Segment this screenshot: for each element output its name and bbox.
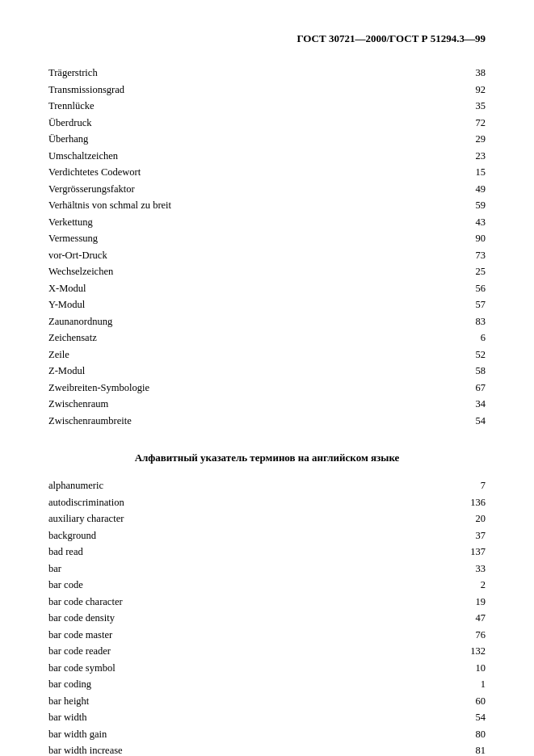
page-cell: 83 (376, 313, 486, 330)
term-cell: Zeichensatz (48, 330, 376, 346)
page-cell: 54 (376, 413, 486, 430)
term-cell: bar code symbol (48, 660, 376, 677)
table-row: Überdruck72 (48, 115, 486, 132)
term-cell: Wechselzeichen (48, 263, 376, 280)
term-cell: bar code (48, 577, 376, 594)
term-cell: auxiliary character (48, 510, 376, 527)
table-row: bar coding1 (48, 676, 486, 693)
table-row: Verkettung43 (48, 214, 486, 231)
page-cell: 58 (376, 363, 486, 380)
page-cell: 54 (376, 709, 486, 726)
header-title: ГОСТ 30721—2000/ГОСТ Р 51294.3—99 (296, 32, 486, 44)
table-row: Trägerstrich38 (48, 65, 486, 82)
page-cell: 52 (376, 346, 486, 363)
table-row: Verhältnis von schmal zu breit59 (48, 197, 486, 214)
term-cell: Verdichtetes Codewort (48, 164, 376, 181)
page-cell: 6 (376, 330, 486, 346)
term-cell: bar width (48, 709, 376, 726)
table-row: Umschaltzeichen23 (48, 148, 486, 165)
page-cell: 73 (376, 247, 486, 264)
term-cell: X-Modul (48, 280, 376, 297)
table-row: bar code master76 (48, 627, 486, 644)
page-cell: 47 (376, 610, 486, 627)
table-row: bar height60 (48, 693, 486, 710)
term-cell: bar code character (48, 594, 376, 611)
table-row: bar33 (48, 561, 486, 578)
page-cell: 59 (376, 197, 486, 214)
page-cell: 29 (376, 131, 486, 148)
term-cell: Zweibreiten-Symbologie (48, 380, 376, 397)
table-row: Zwischenraum34 (48, 396, 486, 413)
term-cell: Trägerstrich (48, 65, 376, 82)
term-cell: bar code density (48, 610, 376, 627)
page-cell: 37 (376, 527, 486, 544)
page-cell: 57 (376, 296, 486, 313)
page-cell: 2 (376, 577, 486, 594)
term-cell: Verhältnis von schmal zu breit (48, 197, 376, 214)
table-row: alphanumeric7 (48, 477, 486, 494)
term-cell: Vergrösserungsfaktor (48, 181, 376, 198)
page-cell: 132 (376, 643, 486, 660)
table-row: bar width increase81 (48, 742, 486, 756)
table-row: Trennlücke35 (48, 98, 486, 115)
page-cell: 23 (376, 148, 486, 165)
table-row: Verdichtetes Codewort15 (48, 164, 486, 181)
page-cell: 92 (376, 82, 486, 99)
term-cell: Vermessung (48, 230, 376, 247)
table-row: Zeichensatz6 (48, 330, 486, 346)
term-cell: Zwischenraumbreite (48, 413, 376, 430)
table-row: bar width gain80 (48, 726, 486, 743)
page-cell: 15 (376, 164, 486, 181)
page-cell: 80 (376, 726, 486, 743)
term-cell: bar width increase (48, 742, 376, 756)
table-row: Wechselzeichen25 (48, 263, 486, 280)
term-cell: Umschaltzeichen (48, 148, 376, 165)
table-row: bar code character19 (48, 594, 486, 611)
page-cell: 34 (376, 396, 486, 413)
page-cell: 25 (376, 263, 486, 280)
term-cell: Y-Modul (48, 296, 376, 313)
page-cell: 38 (376, 65, 486, 82)
term-cell: alphanumeric (48, 477, 376, 494)
table-row: bar code symbol10 (48, 660, 486, 677)
table-row: bad read137 (48, 544, 486, 561)
term-cell: Transmissionsgrad (48, 82, 376, 99)
page-cell: 137 (376, 544, 486, 561)
page-cell: 76 (376, 627, 486, 644)
table-row: autodiscrimination136 (48, 494, 486, 511)
term-cell: Überhang (48, 131, 376, 148)
term-cell: Trennlücke (48, 98, 376, 115)
page-cell: 60 (376, 693, 486, 710)
english-index-table: alphanumeric7autodiscrimination136auxili… (48, 477, 486, 756)
table-row: Zeile52 (48, 346, 486, 363)
table-row: Vermessung90 (48, 230, 486, 247)
table-row: background37 (48, 527, 486, 544)
page-cell: 56 (376, 280, 486, 297)
term-cell: Z-Modul (48, 363, 376, 380)
page-cell: 35 (376, 98, 486, 115)
page-cell: 90 (376, 230, 486, 247)
page-cell: 49 (376, 181, 486, 198)
page-cell: 72 (376, 115, 486, 132)
page-cell: 67 (376, 380, 486, 397)
term-cell: Überdruck (48, 115, 376, 132)
term-cell: bar code master (48, 627, 376, 644)
table-row: bar code density47 (48, 610, 486, 627)
table-row: bar code2 (48, 577, 486, 594)
page-cell: 43 (376, 214, 486, 231)
table-row: bar code reader132 (48, 643, 486, 660)
page-cell: 7 (376, 477, 486, 494)
table-row: bar width54 (48, 709, 486, 726)
table-row: vor-Ort-Druck73 (48, 247, 486, 264)
table-row: auxiliary character20 (48, 510, 486, 527)
table-row: Zaunanordnung83 (48, 313, 486, 330)
page-cell: 81 (376, 742, 486, 756)
german-index-table: Trägerstrich38Transmissionsgrad92Trennlü… (48, 65, 486, 429)
english-section-title: Алфавитный указатель терминов на английс… (48, 452, 486, 464)
page: ГОСТ 30721—2000/ГОСТ Р 51294.3—99 Träger… (0, 0, 534, 756)
term-cell: autodiscrimination (48, 494, 376, 511)
page-cell: 20 (376, 510, 486, 527)
term-cell: bar (48, 561, 376, 578)
term-cell: Zaunanordnung (48, 313, 376, 330)
page-header: ГОСТ 30721—2000/ГОСТ Р 51294.3—99 (48, 32, 486, 45)
